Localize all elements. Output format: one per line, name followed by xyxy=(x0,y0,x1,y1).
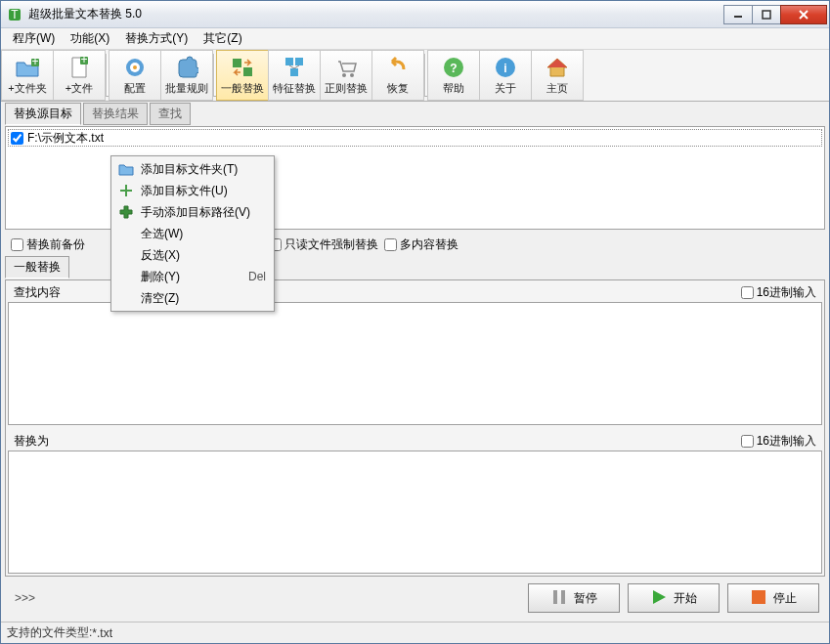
replace-hex-checkbox[interactable]: 16进制输入 xyxy=(741,433,816,450)
svg-text:+: + xyxy=(80,56,87,66)
find-content-input[interactable] xyxy=(8,302,822,425)
about-button[interactable]: i关于 xyxy=(479,50,532,101)
minimize-button[interactable] xyxy=(723,5,753,24)
svg-text:+: + xyxy=(31,57,38,68)
menu-replace-mode[interactable]: 替换方式(Y) xyxy=(117,28,196,49)
folder-add-icon: + xyxy=(15,56,40,79)
svg-line-19 xyxy=(294,65,299,68)
main-tabs: 替换源目标 替换结果 查找 xyxy=(5,106,825,125)
menu-other[interactable]: 其它(Z) xyxy=(196,28,249,49)
tab-find[interactable]: 查找 xyxy=(150,103,191,125)
maximize-button[interactable] xyxy=(752,5,781,24)
help-icon: ? xyxy=(441,56,466,79)
cm-add-folder[interactable]: 添加目标文件夹(T) xyxy=(113,158,272,180)
cm-add-path[interactable]: 手动添加目标路径(V) xyxy=(113,201,272,223)
svg-rect-15 xyxy=(285,58,293,65)
puzzle-icon xyxy=(174,56,199,79)
add-folder-button[interactable]: ++文件夹 xyxy=(1,50,54,101)
stop-icon xyxy=(750,588,767,609)
backup-checkbox[interactable]: 替换前备份 xyxy=(11,236,85,253)
replace-content-input[interactable] xyxy=(8,451,822,574)
svg-text:i: i xyxy=(503,62,506,75)
find-hex-checkbox[interactable]: 16进制输入 xyxy=(741,284,816,301)
inner-tab-general[interactable]: 一般替换 xyxy=(5,256,69,279)
restore-button[interactable]: 恢复 xyxy=(371,50,424,101)
regex-replace-button[interactable]: 正则替换 xyxy=(320,50,372,101)
svg-rect-13 xyxy=(233,59,241,67)
svg-text:?: ? xyxy=(450,62,457,75)
window-title: 超级批量文本替换 5.0 xyxy=(28,6,724,22)
start-button[interactable]: 开始 xyxy=(628,583,720,613)
svg-text:T: T xyxy=(11,8,19,21)
tab-source-target[interactable]: 替换源目标 xyxy=(5,103,81,125)
file-row[interactable]: F:\示例文本.txt xyxy=(9,130,821,146)
svg-line-18 xyxy=(289,65,294,68)
menu-program[interactable]: 程序(W) xyxy=(5,28,63,49)
menu-function[interactable]: 功能(X) xyxy=(63,28,117,49)
cart-icon xyxy=(333,56,359,79)
multi-content-checkbox[interactable]: 多内容替换 xyxy=(384,236,459,253)
svg-point-20 xyxy=(342,73,346,77)
undo-icon xyxy=(385,56,411,79)
prompt: >>> xyxy=(11,589,520,607)
cm-clear[interactable]: 清空(Z) xyxy=(113,287,272,309)
help-button[interactable]: ?帮助 xyxy=(427,50,480,101)
swap-icon xyxy=(230,56,255,79)
file-checkbox[interactable] xyxy=(11,132,23,145)
status-prefix: 支持的文件类型: xyxy=(7,624,92,641)
menubar: 程序(W) 功能(X) 替换方式(Y) 其它(Z) xyxy=(1,28,829,50)
stop-button[interactable]: 停止 xyxy=(727,583,819,613)
svg-rect-16 xyxy=(295,58,303,65)
svg-rect-3 xyxy=(763,11,770,19)
status-value: *.txt xyxy=(92,626,112,640)
file-add-icon: + xyxy=(66,56,92,79)
gear-icon xyxy=(122,56,148,79)
cm-invert-select[interactable]: 反选(X) xyxy=(113,244,272,266)
batch-rules-button[interactable]: 批量规则 xyxy=(160,50,213,101)
app-icon: T xyxy=(7,7,22,22)
cm-select-all[interactable]: 全选(W) xyxy=(113,223,272,244)
readonly-force-checkbox[interactable]: 只读文件强制替换 xyxy=(269,236,378,253)
status-bar: 支持的文件类型: *.txt xyxy=(1,622,829,643)
toolbar: ++文件夹 ++文件 配置 批量规则 一般替换 特征替换 正则替换 恢复 ?帮助… xyxy=(1,50,829,102)
general-replace-button[interactable]: 一般替换 xyxy=(216,50,269,101)
play-icon xyxy=(650,588,668,609)
home-icon xyxy=(545,56,570,79)
svg-point-21 xyxy=(350,73,354,77)
svg-rect-28 xyxy=(752,590,765,604)
svg-point-12 xyxy=(133,65,137,69)
folder-icon xyxy=(117,160,135,178)
pause-button[interactable]: 暂停 xyxy=(528,583,620,613)
info-icon: i xyxy=(493,56,518,79)
svg-rect-26 xyxy=(553,590,557,604)
replace-label: 替换为 xyxy=(14,433,741,450)
file-path: F:\示例文本.txt xyxy=(27,130,104,147)
pause-icon xyxy=(550,588,568,609)
context-menu: 添加目标文件夹(T) 添加目标文件(U) 手动添加目标路径(V) 全选(W) 反… xyxy=(110,155,275,312)
feature-replace-button[interactable]: 特征替换 xyxy=(268,50,321,101)
feature-icon xyxy=(282,56,307,79)
cm-add-file[interactable]: 添加目标文件(U) xyxy=(113,180,272,201)
cm-delete[interactable]: 删除(Y)Del xyxy=(113,266,272,287)
home-button[interactable]: 主页 xyxy=(531,50,584,101)
titlebar: T 超级批量文本替换 5.0 xyxy=(1,1,829,28)
svg-rect-14 xyxy=(243,67,252,76)
config-button[interactable]: 配置 xyxy=(109,50,161,101)
add-file-button[interactable]: ++文件 xyxy=(53,50,106,101)
plus-thick-icon xyxy=(117,203,135,221)
tab-results[interactable]: 替换结果 xyxy=(83,103,148,125)
close-button[interactable] xyxy=(780,5,827,24)
svg-rect-17 xyxy=(290,68,298,76)
svg-rect-27 xyxy=(561,590,565,604)
plus-green-icon xyxy=(117,182,135,199)
